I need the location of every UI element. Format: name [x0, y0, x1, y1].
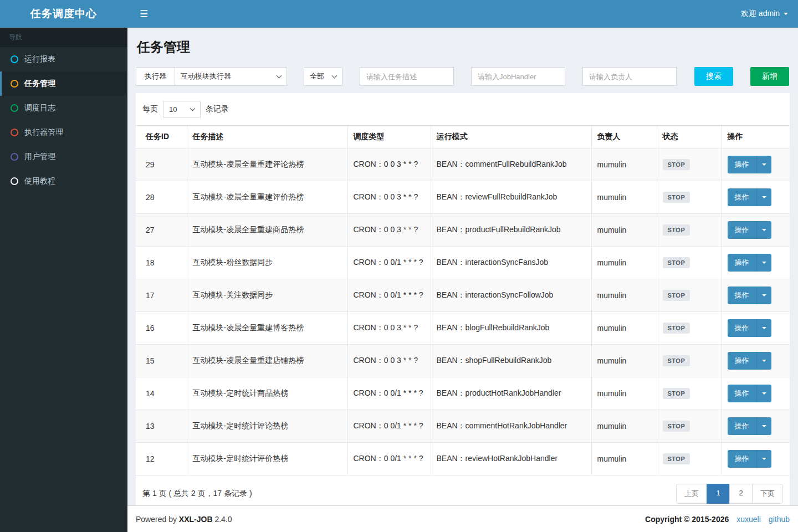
- status-badge: STOP: [663, 159, 690, 170]
- cell-run-mode: BEAN：blogFullRebuildRankJob: [431, 312, 591, 345]
- action-split-button: 操作: [728, 352, 771, 370]
- action-dropdown-toggle[interactable]: [757, 385, 771, 402]
- status-badge: STOP: [663, 388, 690, 399]
- action-button[interactable]: 操作: [728, 188, 757, 206]
- job-table: 任务ID 任务描述 调度类型 运行模式 负责人 状态 操作 29 互动模块-凌晨…: [136, 125, 790, 475]
- action-split-button: 操作: [728, 417, 771, 435]
- col-schedule: 调度类型: [347, 126, 431, 149]
- action-label: 操作: [735, 356, 749, 365]
- cell-job-desc: 互动模块-关注数据同步: [187, 279, 347, 312]
- pagination-page-1[interactable]: 1: [707, 484, 730, 504]
- job-desc-input[interactable]: [360, 67, 454, 86]
- action-button[interactable]: 操作: [728, 450, 757, 468]
- main-header: 任务调度中心 ☰ 欢迎 admin: [0, 0, 798, 28]
- action-dropdown-toggle[interactable]: [757, 319, 771, 337]
- cell-job-desc: 互动模块-定时统计商品热榜: [187, 377, 347, 410]
- table-row: 18 互动模块-粉丝数据同步 CRON：0 0/1 * * * ? BEAN：i…: [136, 247, 790, 279]
- xuxueli-link[interactable]: xuxueli: [736, 515, 761, 524]
- cell-actions: 操作: [722, 214, 790, 247]
- sidebar-item-label: 执行器管理: [24, 127, 63, 137]
- col-status: 状态: [657, 126, 722, 149]
- status-badge: STOP: [663, 290, 690, 301]
- user-menu[interactable]: 欢迎 admin: [741, 9, 788, 19]
- table-row: 29 互动模块-凌晨全量重建评论热榜 CRON：0 0 3 * * ? BEAN…: [136, 149, 790, 181]
- sidebar-item-report[interactable]: 运行报表: [0, 47, 127, 71]
- sidebar-item-jobgroup[interactable]: 执行器管理: [0, 120, 127, 145]
- sidebar-toggle-icon[interactable]: ☰: [137, 5, 150, 23]
- circle-o-icon: [11, 153, 18, 161]
- pagination-page-2[interactable]: 2: [729, 484, 753, 504]
- cell-job-desc: 互动模块-凌晨全量重建博客热榜: [187, 312, 347, 345]
- filter-toolbar: 执行器 互动模块执行器 全部 搜索 新增: [136, 67, 790, 86]
- caret-down-icon: [762, 425, 766, 427]
- action-button[interactable]: 操作: [728, 287, 757, 304]
- sidebar-item-user[interactable]: 用户管理: [0, 145, 127, 169]
- status-badge: STOP: [663, 421, 690, 432]
- circle-o-icon: [11, 104, 18, 112]
- cell-status: STOP: [657, 279, 722, 312]
- table-row: 27 互动模块-凌晨全量重建商品热榜 CRON：0 0 3 * * ? BEAN…: [136, 214, 790, 247]
- action-dropdown-toggle[interactable]: [757, 450, 771, 468]
- github-link[interactable]: github: [769, 515, 790, 524]
- page-size-select[interactable]: 10: [163, 101, 201, 117]
- executor-label: 执行器: [136, 67, 175, 86]
- cell-run-mode: BEAN：interactionSyncFansJob: [431, 247, 591, 279]
- cell-status: STOP: [657, 312, 722, 345]
- jobhandler-input[interactable]: [471, 67, 565, 86]
- add-button[interactable]: 新增: [750, 67, 789, 86]
- cell-author: mumulin: [591, 345, 657, 377]
- action-dropdown-toggle[interactable]: [757, 188, 771, 206]
- cell-author: mumulin: [591, 443, 657, 475]
- cell-job-id: 14: [136, 377, 187, 410]
- status-filter-select[interactable]: 全部: [304, 67, 342, 86]
- action-split-button: 操作: [728, 221, 771, 239]
- welcome-text: 欢迎 admin: [741, 9, 780, 19]
- action-button[interactable]: 操作: [728, 417, 757, 435]
- cell-status: STOP: [657, 443, 722, 475]
- circle-o-icon: [11, 80, 18, 88]
- action-button[interactable]: 操作: [728, 156, 757, 173]
- action-dropdown-toggle[interactable]: [757, 156, 771, 173]
- executor-input-group: 执行器 互动模块执行器: [136, 67, 287, 86]
- action-dropdown-toggle[interactable]: [757, 287, 771, 304]
- page-title: 任务管理: [137, 38, 790, 56]
- cell-schedule: CRON：0 0 3 * * ?: [347, 345, 431, 377]
- cell-job-desc: 互动模块-粉丝数据同步: [187, 247, 347, 279]
- executor-select[interactable]: 互动模块执行器: [175, 67, 287, 86]
- status-badge: STOP: [663, 453, 690, 464]
- cell-run-mode: BEAN：shopFullRebuildRankJob: [431, 345, 591, 377]
- sidebar-item-joblog[interactable]: 调度日志: [0, 96, 127, 120]
- pagination-prev-button[interactable]: 上页: [676, 484, 707, 504]
- caret-down-icon: [762, 262, 766, 264]
- cell-job-desc: 互动模块-凌晨全量重建商品热榜: [187, 214, 347, 247]
- brand-logo[interactable]: 任务调度中心: [0, 0, 127, 28]
- action-label: 操作: [735, 226, 749, 234]
- cell-status: STOP: [657, 247, 722, 279]
- action-button[interactable]: 操作: [728, 254, 757, 272]
- action-dropdown-toggle[interactable]: [757, 417, 771, 435]
- sidebar-item-help[interactable]: 使用教程: [0, 169, 127, 193]
- caret-down-icon: [762, 294, 766, 296]
- powered-prefix: Powered by: [136, 515, 177, 524]
- action-dropdown-toggle[interactable]: [757, 254, 771, 272]
- author-input[interactable]: [582, 67, 677, 86]
- job-table-body: 29 互动模块-凌晨全量重建评论热榜 CRON：0 0 3 * * ? BEAN…: [136, 149, 790, 475]
- sidebar-item-jobinfo[interactable]: 任务管理: [0, 71, 127, 96]
- circle-o-icon: [11, 129, 18, 136]
- footer-right: Copyright © 2015-2026 xuxueli github: [645, 515, 790, 524]
- search-button[interactable]: 搜索: [694, 67, 733, 86]
- cell-run-mode: BEAN：productHotRankJobHandler: [431, 377, 591, 410]
- page-size-bar: 每页 10 条记录: [136, 93, 790, 125]
- action-dropdown-toggle[interactable]: [757, 221, 771, 239]
- table-row: 12 互动模块-定时统计评价热榜 CRON：0 0/1 * * * ? BEAN…: [136, 443, 790, 475]
- action-button[interactable]: 操作: [728, 221, 757, 239]
- action-button[interactable]: 操作: [728, 352, 757, 370]
- action-dropdown-toggle[interactable]: [757, 352, 771, 370]
- pagination-next-button[interactable]: 下页: [752, 484, 783, 504]
- action-split-button: 操作: [728, 450, 771, 468]
- content-wrapper: 任务管理 执行器 互动模块执行器 全部 搜索 新增 每页 10 条记录: [127, 28, 798, 505]
- action-button[interactable]: 操作: [728, 385, 757, 402]
- cell-status: STOP: [657, 410, 722, 443]
- action-button[interactable]: 操作: [728, 319, 757, 337]
- sidebar-item-label: 调度日志: [24, 103, 55, 113]
